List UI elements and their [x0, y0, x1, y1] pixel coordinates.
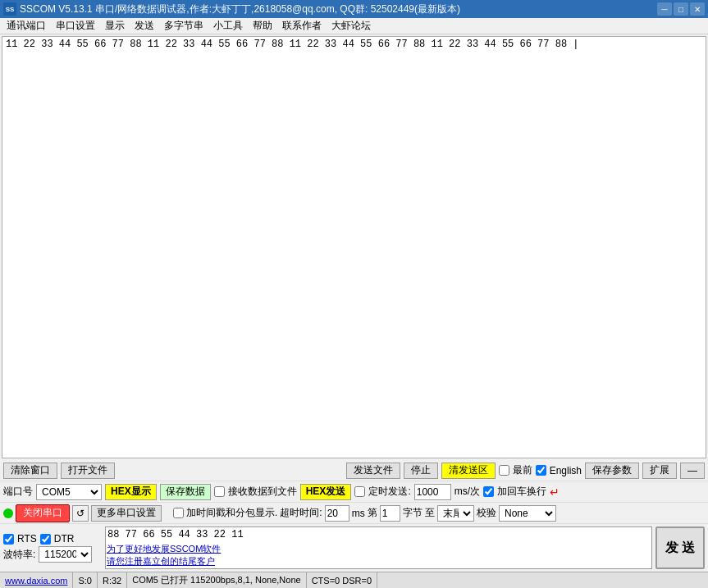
stop-button[interactable]: 停止 [404, 463, 438, 479]
expand-button[interactable]: 扩展 [642, 463, 677, 479]
row-port-settings: 关闭串口 ↺ 更多串口设置 加时间戳和分包显示. 超时时间: ms 第 字节 至… [0, 503, 708, 524]
window-title: SSCOM V5.13.1 串口/网络数据调试器,作者:大虾丁丁,2618058… [20, 2, 460, 16]
menu-item-port-settings[interactable]: 串口设置 [51, 19, 100, 34]
rts-checkbox[interactable] [3, 534, 14, 545]
toolbar-row2: 端口号 COM5 HEX显示 保存数据 接收数据到文件 HEX发送 定时发送: … [0, 481, 708, 503]
open-port-label: 关闭串口 [23, 506, 62, 520]
cts-status: CTS=0 DSR=0 [307, 572, 377, 588]
open-port-button[interactable]: 关闭串口 [16, 504, 70, 522]
promo-line1: 为了更好地发展SSCOM软件 [107, 543, 221, 555]
dtr-checkbox[interactable] [40, 534, 51, 545]
topmost-label: 最前 [513, 463, 532, 477]
title-left: SS SSCOM V5.13.1 串口/网络数据调试器,作者:大虾丁丁,2618… [3, 2, 460, 16]
menu-bar: 通讯端口串口设置显示发送多字节串小工具帮助联系作者大虾论坛 [0, 18, 708, 34]
end-select[interactable]: 末尾 [437, 505, 474, 522]
byte-label: 字节 至 [403, 506, 435, 520]
shrink-button[interactable]: — [680, 463, 705, 479]
page-label: 第 [368, 506, 377, 520]
checksum-select[interactable]: None [499, 505, 556, 522]
port-status: COM5 已打开 115200bps,8,1, None,None [127, 572, 306, 588]
rx-status: R:32 [98, 572, 127, 588]
toolbar-row1: 清除窗口 打开文件 发送文件 停止 清发送区 最前 English 保存参数 扩… [0, 460, 708, 481]
newline-arrow: ↵ [550, 485, 560, 499]
timed-unit-label: ms/次 [454, 485, 480, 499]
open-file-button[interactable]: 打开文件 [61, 463, 115, 479]
topmost-checkbox[interactable] [499, 465, 509, 476]
minimize-button[interactable]: ─ [657, 2, 672, 16]
dtr-label: DTR [54, 533, 75, 545]
close-button[interactable]: ✕ [690, 2, 705, 16]
more-ports-button[interactable]: 更多串口设置 [91, 505, 162, 522]
port-label: 端口号 [3, 485, 33, 499]
clear-window-button[interactable]: 清除窗口 [3, 463, 57, 479]
menu-item-multi-string[interactable]: 多字节串 [159, 19, 208, 34]
rts-label: RTS [17, 533, 37, 545]
port-select[interactable]: COM5 [36, 484, 102, 500]
status-bar: www.daxia.com S:0 R:32 COM5 已打开 115200bp… [0, 572, 708, 588]
newline-checkbox[interactable] [483, 486, 494, 497]
title-controls: ─ □ ✕ [657, 2, 705, 16]
refresh-button[interactable]: ↺ [72, 505, 89, 522]
timed-interval-input[interactable] [414, 484, 451, 500]
row-send-input: RTS DTR 波特率: 115200 88 77 66 55 44 33 22… [0, 524, 708, 572]
menu-item-contact[interactable]: 联系作者 [277, 19, 327, 34]
menu-item-small-tools[interactable]: 小工具 [208, 19, 248, 34]
promo-text[interactable]: 为了更好地发展SSCOM软件 请您注册嘉立创的结尾客户 [107, 543, 221, 567]
tx-status: S:0 [73, 572, 98, 588]
send-file-button[interactable]: 发送文件 [346, 463, 400, 479]
timestamp-checkbox[interactable] [173, 508, 184, 518]
save-data-button[interactable]: 保存数据 [160, 484, 211, 500]
maximize-button[interactable]: □ [674, 2, 688, 16]
receive-file-checkbox[interactable] [214, 486, 225, 497]
display-content: 11 22 33 44 55 66 77 88 11 22 33 44 55 6… [6, 39, 579, 50]
menu-item-comm-port[interactable]: 通讯端口 [2, 19, 51, 34]
hex-send-button[interactable]: HEX发送 [300, 484, 352, 500]
timestamp-label: 加时间戳和分包显示. [186, 506, 277, 520]
english-checkbox[interactable] [536, 465, 546, 476]
page-input[interactable] [380, 505, 400, 522]
send-button[interactable]: 发 送 [655, 526, 705, 569]
menu-item-help[interactable]: 帮助 [248, 19, 277, 34]
menu-item-send[interactable]: 发送 [130, 19, 159, 34]
port-status-dot [3, 508, 13, 518]
timeout-label: 超时时间: [280, 506, 322, 520]
menu-item-display[interactable]: 显示 [100, 19, 130, 34]
menu-item-forum[interactable]: 大虾论坛 [327, 19, 376, 34]
checksum-label: 校验 [477, 506, 496, 520]
timed-send-label: 定时发送: [368, 485, 410, 499]
title-bar: SS SSCOM V5.13.1 串口/网络数据调试器,作者:大虾丁丁,2618… [0, 0, 708, 18]
english-label: English [550, 465, 582, 476]
receive-file-label: 接收数据到文件 [228, 485, 297, 499]
display-area[interactable]: 11 22 33 44 55 66 77 88 11 22 33 44 55 6… [2, 36, 706, 458]
timeout-unit-label: ms [352, 508, 365, 519]
timed-send-checkbox[interactable] [354, 486, 365, 497]
baudrate-label: 波特率: [3, 548, 35, 562]
website-status[interactable]: www.daxia.com [0, 572, 73, 588]
baudrate-select[interactable]: 115200 [39, 546, 92, 563]
bottom-section: 清除窗口 打开文件 发送文件 停止 清发送区 最前 English 保存参数 扩… [0, 460, 708, 572]
hex-display-button[interactable]: HEX显示 [105, 484, 157, 500]
newline-label: 加回车换行 [497, 485, 546, 499]
timeout-input[interactable] [325, 505, 349, 522]
save-params-button[interactable]: 保存参数 [585, 463, 639, 479]
promo-line2: 请您注册嘉立创的结尾客户 [107, 555, 221, 567]
clear-send-zone-button[interactable]: 清发送区 [441, 463, 496, 479]
app-icon: SS [3, 2, 16, 16]
